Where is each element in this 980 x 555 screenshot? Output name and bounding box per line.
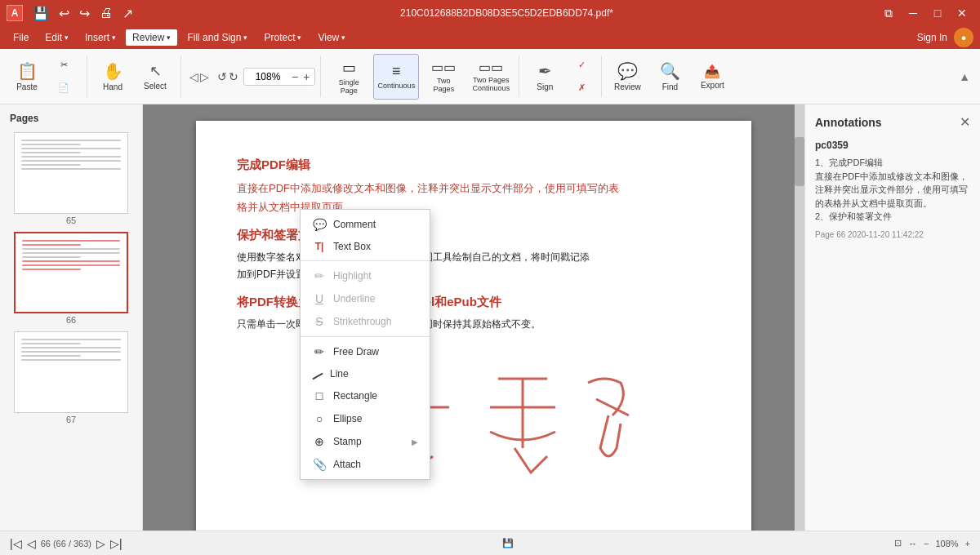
dropdown-rectangle[interactable]: □ Rectangle — [301, 384, 430, 407]
select-button[interactable]: ↖ Select — [135, 54, 176, 100]
two-continuous-button[interactable]: ▭▭ Two PagesContinuous — [468, 54, 514, 100]
view-arrow: ▾ — [341, 33, 345, 42]
hand-button[interactable]: ✋ Hand — [92, 54, 133, 100]
first-page-btn[interactable]: |◁ — [10, 537, 22, 550]
dropdown-underline[interactable]: U Underline — [301, 287, 430, 310]
sign-cancel-btn[interactable]: ✗ — [567, 78, 596, 99]
minimize-btn[interactable]: ─ — [902, 4, 924, 22]
scrollbar-track[interactable] — [795, 104, 804, 531]
divider2 — [301, 336, 430, 337]
thumb-line — [21, 355, 81, 357]
page-number-67: 67 — [14, 415, 128, 424]
annotations-close-btn[interactable]: ✕ — [960, 114, 970, 130]
prev-page-btn[interactable]: ◁ — [27, 537, 36, 550]
fit-width-icon[interactable]: ↔ — [908, 539, 917, 548]
dropdown-menu: 💬 Comment T| Text Box ✏ Highlight U Unde… — [300, 209, 430, 480]
dropdown-strikethrough[interactable]: S Strikethrough — [301, 310, 430, 333]
dropdown-line[interactable]: Line — [301, 363, 430, 384]
zoom-in-btn[interactable]: + — [301, 70, 311, 83]
line-icon — [312, 373, 323, 380]
scrollbar-thumb[interactable] — [795, 137, 804, 186]
dropdown-attach[interactable]: 📎 Attach — [301, 453, 430, 476]
thumb-line — [21, 339, 121, 340]
cut-button[interactable]: ✂ — [49, 55, 78, 76]
menu-protect[interactable]: Protect ▾ — [257, 29, 308, 46]
fit-page-icon[interactable]: ⊡ — [894, 538, 902, 548]
zoom-in-status-btn[interactable]: + — [965, 539, 970, 548]
textbox-label: Text Box — [333, 241, 371, 252]
thumb-line — [22, 264, 120, 266]
sign-icon: ✒ — [538, 61, 552, 81]
print-icon[interactable]: 🖨 — [96, 4, 116, 22]
save-icon[interactable]: 💾 — [29, 4, 52, 23]
insert-arrow: ▾ — [112, 33, 116, 42]
menu-file[interactable]: File — [7, 29, 35, 46]
thumb-line — [22, 269, 81, 270]
dropdown-ellipse[interactable]: ○ Ellipse — [301, 407, 430, 430]
user-avatar[interactable]: ● — [954, 28, 973, 47]
toolbar-right: ▲ — [956, 67, 973, 87]
find-button[interactable]: 🔍 Find — [649, 54, 690, 100]
export-icon: 📤 — [704, 64, 720, 79]
paste-icon: 📋 — [17, 61, 38, 81]
dropdown-highlight[interactable]: ✏ Highlight — [301, 264, 430, 287]
collapse-toolbar-btn[interactable]: ▲ — [956, 67, 973, 87]
dropdown-textbox[interactable]: T| Text Box — [301, 236, 430, 257]
title-bar-left: A 💾 ↩ ↪ 🖨 ↗ — [7, 4, 136, 23]
review-button[interactable]: 💬 Review — [607, 54, 648, 100]
dropdown-freedraw[interactable]: ✏ Free Draw — [301, 340, 430, 363]
sign-button[interactable]: ✒ Sign — [524, 54, 565, 100]
divider-1 — [87, 56, 87, 97]
rotate-cw-icon[interactable]: ↻ — [229, 70, 238, 83]
thumb-img-65 — [14, 132, 128, 214]
pages-sidebar: Pages 65 — [0, 104, 143, 531]
comment-label: Comment — [333, 219, 376, 230]
zoom-out-btn[interactable]: − — [290, 70, 300, 83]
thumb-line — [21, 164, 81, 166]
page-number-66: 66 — [14, 315, 128, 325]
page-thumbnail-65[interactable]: 65 — [14, 132, 128, 225]
paste-button[interactable]: 📋 Paste — [7, 54, 47, 100]
zoom-out-status-btn[interactable]: − — [924, 539, 929, 548]
thumb-line — [22, 252, 120, 254]
thumb-line — [22, 260, 120, 262]
toolbar: 📋 Paste ✂ 📄 ✋ Hand ↖ Select ◁ ▷ ↺ ↻ − + … — [0, 49, 980, 104]
sign-confirm-btn[interactable]: ✓ — [567, 55, 596, 76]
share-icon[interactable]: ↗ — [119, 4, 136, 23]
two-pages-button[interactable]: ▭▭ TwoPages — [421, 54, 466, 100]
next-page-btn[interactable]: ▷ — [96, 537, 105, 550]
menu-view[interactable]: View ▾ — [311, 29, 352, 46]
page-thumbnail-67[interactable]: 67 — [14, 331, 128, 424]
find-icon: 🔍 — [660, 61, 680, 81]
last-page-btn[interactable]: ▷| — [110, 537, 122, 550]
redo-icon[interactable]: ↪ — [76, 4, 93, 23]
menu-edit[interactable]: Edit ▾ — [38, 29, 75, 46]
nav-controls: ◁ ▷ — [186, 70, 212, 83]
menu-review[interactable]: Review ▾ — [126, 29, 177, 46]
two-pages-icon: ▭▭ — [431, 60, 456, 75]
rectangle-icon: □ — [312, 389, 327, 402]
page-thumbnail-66[interactable]: 66 — [14, 232, 128, 325]
thumb-img-66 — [14, 232, 128, 313]
menu-fill-sign[interactable]: Fill and Sign ▾ — [180, 29, 254, 46]
main-layout: Pages 65 — [0, 104, 980, 531]
next-page-nav[interactable]: ▷ — [200, 70, 209, 83]
maximize-btn[interactable]: □ — [926, 4, 949, 22]
thumb-line — [21, 347, 121, 349]
close-btn[interactable]: ✕ — [951, 4, 973, 22]
copy-button[interactable]: 📄 — [49, 78, 78, 99]
zoom-input[interactable] — [247, 71, 288, 82]
dropdown-comment[interactable]: 💬 Comment — [301, 213, 430, 236]
menu-insert[interactable]: Insert ▾ — [78, 29, 122, 46]
rotate-ccw-icon[interactable]: ↺ — [217, 70, 227, 83]
pages-panel-title: Pages — [7, 111, 136, 126]
tile-windows-btn[interactable]: ⧉ — [877, 4, 900, 22]
sign-in-button[interactable]: Sign In — [917, 32, 947, 43]
export-button[interactable]: 📤 Export — [692, 54, 733, 100]
zoom-level: 108% — [935, 539, 958, 548]
continuous-button[interactable]: ≡ Continuous — [373, 54, 419, 100]
dropdown-stamp[interactable]: ⊕ Stamp ▶ — [301, 430, 430, 453]
single-page-button[interactable]: ▭ SinglePage — [326, 54, 372, 100]
undo-icon[interactable]: ↩ — [56, 4, 73, 23]
prev-page-nav[interactable]: ◁ — [189, 70, 198, 83]
